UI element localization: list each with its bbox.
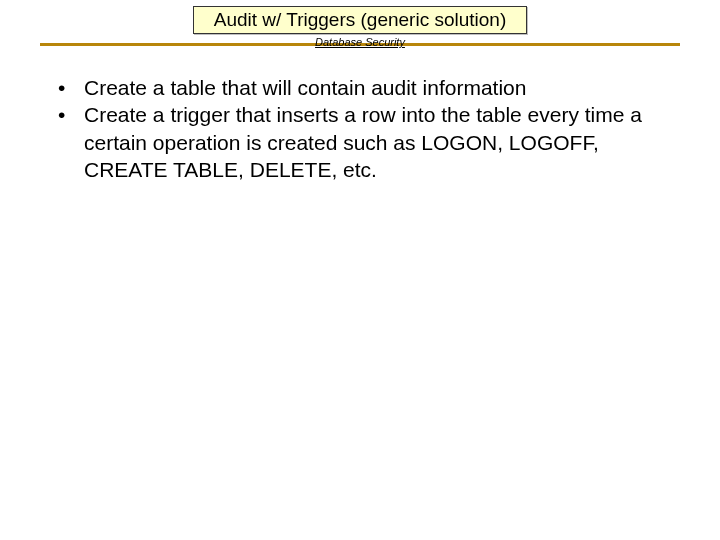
title-container: Audit w/ Triggers (generic solution) [0, 0, 720, 34]
list-item: Create a trigger that inserts a row into… [52, 101, 668, 183]
slide-content: Create a table that will contain audit i… [0, 46, 720, 183]
slide-subtitle: Database Security [311, 36, 409, 48]
subtitle-container: Database Security [0, 32, 720, 50]
bullet-list: Create a table that will contain audit i… [52, 74, 668, 183]
list-item: Create a table that will contain audit i… [52, 74, 668, 101]
slide-title: Audit w/ Triggers (generic solution) [193, 6, 528, 34]
